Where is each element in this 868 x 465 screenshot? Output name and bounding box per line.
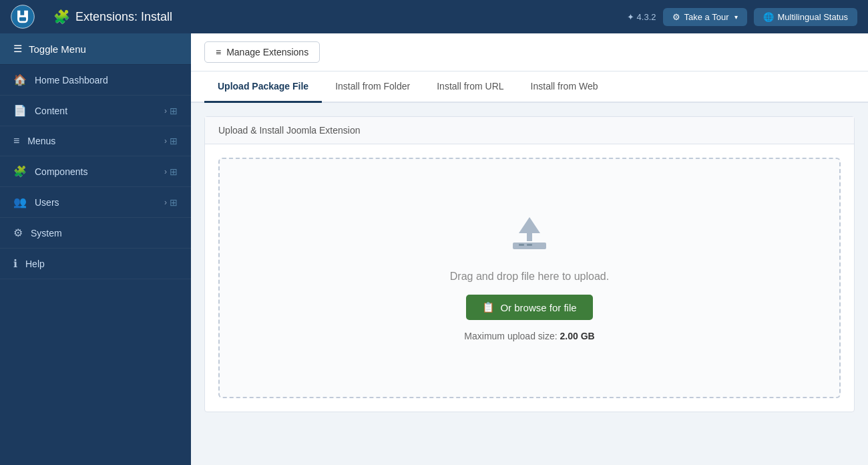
chevron-down-icon: ▾ [734,13,738,21]
home-icon: 🏠 [13,73,27,86]
multilingual-icon: 🌐 [763,12,774,22]
sidebar-item-components[interactable]: 🧩 Components › ⊞ [0,156,191,187]
content-icon: 📄 [13,104,27,117]
max-size-label: Maximum upload size: [464,331,557,341]
chevron-right-icon-menus: › [164,136,167,146]
sidebar: ☰ Toggle Menu 🏠 Home Dashboard 📄 Content… [0,33,191,465]
upload-section: Upload & Install Joomla Extension Drag a… [204,116,855,412]
sidebar-item-content[interactable]: 📄 Content › ⊞ [0,96,191,126]
tab-install-folder[interactable]: Install from Folder [322,71,423,103]
topbar: 🧩 Extensions: Install ✦ 4.3.2 ⚙ Take a T… [0,0,868,33]
tab-install-folder-label: Install from Folder [335,81,410,92]
page-title-text: Extensions: Install [75,10,172,24]
browse-for-file-button[interactable]: 📋 Or browse for file [466,295,592,320]
chevron-right-icon-users: › [164,198,167,207]
tab-upload-package[interactable]: Upload Package File [204,71,322,103]
manage-extensions-label: Manage Extensions [226,47,308,57]
chevron-right-icon: › [164,106,167,116]
toolbar: ≡ Manage Extensions [191,33,868,71]
sidebar-item-users[interactable]: 👥 Users › ⊞ [0,187,191,218]
file-icon: 📋 [482,301,495,313]
grid-icon-components: ⊞ [170,166,178,177]
page-title: 🧩 Extensions: Install [53,9,619,25]
take-tour-label: Take a Tour [684,12,729,22]
sidebar-label-system: System [31,228,62,239]
manage-extensions-button[interactable]: ≡ Manage Extensions [204,41,320,63]
multilingual-status-button[interactable]: 🌐 Multilingual Status [754,8,858,26]
topbar-right: ✦ 4.3.2 ⚙ Take a Tour ▾ 🌐 Multilingual S… [627,8,857,26]
take-tour-button[interactable]: ⚙ Take a Tour ▾ [663,8,747,26]
max-size-value: 2.00 GB [560,331,595,341]
drop-text-label: Drag and drop file here to upload. [450,271,609,282]
help-icon: ℹ [13,257,17,270]
main-content: ≡ Manage Extensions Upload Package File … [191,33,868,465]
drop-text: Drag and drop file here to upload. [450,271,609,283]
svg-rect-3 [519,244,524,246]
version-badge: ✦ 4.3.2 [627,12,656,22]
multilingual-label: Multilingual Status [778,12,849,22]
toggle-menu-icon: ☰ [13,43,22,55]
sidebar-label-help: Help [25,259,45,269]
svg-rect-1 [19,17,26,21]
toggle-menu-button[interactable]: ☰ Toggle Menu [0,33,191,65]
version-number: 4.3.2 [637,12,656,22]
tour-icon: ⚙ [672,12,680,22]
sidebar-item-menus[interactable]: ≡ Menus › ⊞ [0,126,191,156]
chevron-right-icon-components: › [164,167,167,176]
sidebar-item-home-dashboard[interactable]: 🏠 Home Dashboard [0,65,191,96]
sidebar-label-users: Users [35,197,59,208]
grid-icon-menus: ⊞ [170,136,178,146]
svg-rect-4 [527,244,532,246]
upload-section-title: Upload & Install Joomla Extension [205,117,854,144]
tabs: Upload Package File Install from Folder … [191,71,868,103]
sidebar-item-system[interactable]: ⚙ System [0,218,191,249]
toggle-menu-label: Toggle Menu [29,43,86,55]
sidebar-label-content: Content [35,106,67,116]
layout: ☰ Toggle Menu 🏠 Home Dashboard 📄 Content… [0,33,868,465]
sidebar-label-home-dashboard: Home Dashboard [35,75,108,86]
tab-install-url-label: Install from URL [437,81,503,92]
puzzle-icon: 🧩 [53,9,70,25]
grid-icon: ⊞ [170,106,178,116]
joomla-logo [11,5,35,29]
tab-install-web-label: Install from Web [531,81,598,92]
upload-section-title-text: Upload & Install Joomla Extension [218,125,360,136]
sidebar-label-menus: Menus [27,136,55,146]
list-icon: ≡ [216,47,221,57]
system-icon: ⚙ [13,226,23,239]
users-icon: 👥 [13,196,27,208]
grid-icon-users: ⊞ [170,197,178,208]
tab-upload-package-label: Upload Package File [218,81,308,92]
sidebar-item-help[interactable]: ℹ Help [0,249,191,279]
components-icon: 🧩 [13,165,27,178]
content-area: Upload & Install Joomla Extension Drag a… [191,103,868,465]
sidebar-label-components: Components [35,166,87,177]
max-upload-size: Maximum upload size: 2.00 GB [464,331,594,341]
browse-label: Or browse for file [500,302,576,313]
upload-icon [509,214,550,257]
tab-install-url[interactable]: Install from URL [423,71,517,103]
svg-marker-5 [519,217,540,241]
file-drop-area[interactable]: Drag and drop file here to upload. 📋 Or … [218,158,841,398]
tab-install-web[interactable]: Install from Web [517,71,612,103]
menus-icon: ≡ [13,135,19,147]
